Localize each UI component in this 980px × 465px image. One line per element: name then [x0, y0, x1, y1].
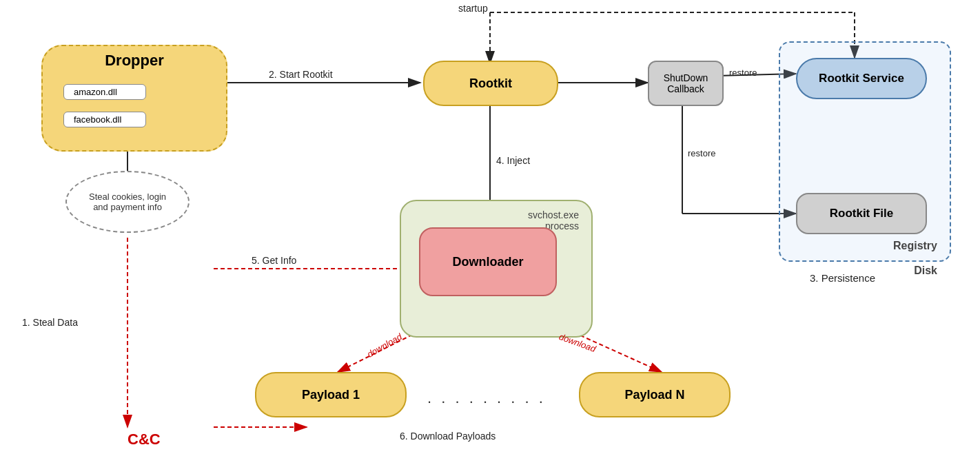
dropper-box: Dropper amazon.dll facebook.dll	[41, 45, 227, 152]
diagram: Dropper amazon.dll facebook.dll Steal co…	[0, 0, 980, 465]
amazon-dll: amazon.dll	[63, 84, 146, 100]
payload1-node: Payload 1	[255, 372, 407, 417]
cc-label: C&C	[127, 431, 161, 448]
restore1-label: restore	[729, 68, 757, 78]
rootkit-service-node: Rootkit Service	[796, 58, 927, 99]
dropper-label: Dropper	[43, 52, 226, 70]
download1-label: download	[365, 331, 404, 360]
payloadN-node: Payload N	[579, 372, 731, 417]
disk-label: Disk	[914, 265, 937, 277]
steal-ellipse: Steal cookies, login and payment info	[65, 171, 190, 233]
steal-text: Steal cookies, login and payment info	[89, 192, 166, 212]
shutdown-callback-node: ShutDown Callback	[648, 61, 724, 106]
restore2-label: restore	[688, 148, 715, 158]
startup-label: startup	[458, 3, 488, 14]
rootkit-file-node: Rootkit File	[796, 193, 927, 234]
inject-label: 4. Inject	[496, 155, 530, 166]
start-rootkit-label: 2. Start Rootkit	[269, 69, 333, 80]
ellipsis-dots: · · · · · · · · ·	[427, 393, 546, 411]
downloader-node: Downloader	[419, 227, 557, 296]
get-info-label: 5. Get Info	[252, 255, 296, 266]
registry-label: Registry	[893, 240, 937, 252]
facebook-dll: facebook.dll	[63, 112, 146, 127]
persistence-label: 3. Persistence	[810, 272, 875, 284]
rootkit-node: Rootkit	[423, 61, 558, 106]
steal-data-label: 1. Steal Data	[22, 317, 78, 328]
download-payloads-label: 6. Download Payloads	[400, 431, 496, 442]
